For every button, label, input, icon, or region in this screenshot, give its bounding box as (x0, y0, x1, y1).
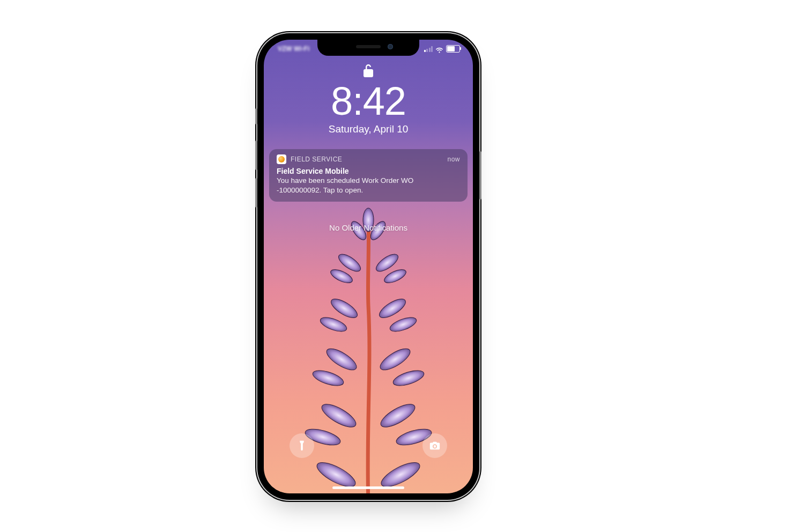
silent-switch (255, 108, 257, 124)
notification-card[interactable]: FIELD SERVICE now Field Service Mobile Y… (269, 149, 468, 202)
wifi-icon (435, 46, 443, 52)
volume-down-button (255, 178, 257, 208)
clock-date: Saturday, April 10 (264, 123, 473, 135)
phone-screen: VZW Wi-Fi 8:42 Saturday, April 10 (264, 40, 473, 493)
clock-time: 8:42 (264, 82, 473, 121)
notification-app-icon (277, 154, 286, 164)
svg-point-13 (391, 367, 426, 388)
svg-point-10 (318, 315, 348, 335)
lock-open-icon (362, 63, 374, 78)
notification-title: Field Service Mobile (277, 167, 460, 175)
home-indicator[interactable] (332, 486, 404, 489)
flashlight-icon (296, 440, 308, 452)
notch (317, 40, 419, 56)
notification-app-name: FIELD SERVICE (291, 156, 342, 163)
svg-point-15 (377, 400, 418, 432)
svg-point-8 (328, 295, 360, 321)
no-older-notifications-label: No Older Notifications (264, 223, 473, 232)
power-button (479, 151, 481, 200)
speaker-grille (356, 45, 381, 48)
svg-point-12 (324, 345, 360, 374)
svg-point-9 (388, 315, 418, 335)
camera-button[interactable] (422, 433, 447, 458)
front-camera-icon (388, 44, 393, 49)
phone-frame: VZW Wi-Fi 8:42 Saturday, April 10 (257, 33, 479, 500)
svg-point-14 (311, 367, 345, 388)
carrier-label: VZW Wi-Fi (278, 45, 309, 53)
flashlight-button[interactable] (290, 433, 314, 458)
notification-body: You have been scheduled Work Order WO -1… (277, 176, 460, 195)
cellular-signal-icon (424, 46, 433, 52)
notification-timestamp: now (447, 156, 460, 163)
svg-point-7 (376, 295, 408, 321)
camera-icon (429, 440, 441, 452)
volume-up-button (255, 141, 257, 170)
svg-point-16 (318, 400, 359, 432)
svg-point-11 (377, 345, 413, 374)
battery-icon (446, 45, 460, 53)
